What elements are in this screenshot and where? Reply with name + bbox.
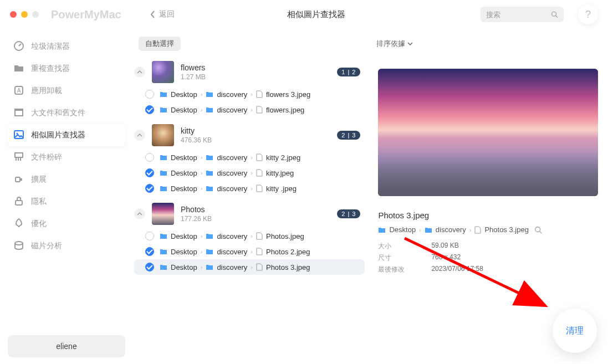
search-input[interactable]: [486, 11, 551, 19]
sort-dropdown[interactable]: 排序依據: [376, 39, 413, 49]
path-segment: Photos 3.jpeg: [484, 225, 529, 234]
file-checkbox[interactable]: [145, 168, 154, 177]
archive-icon: [13, 107, 24, 120]
svg-rect-6: [15, 110, 23, 116]
help-button[interactable]: ?: [578, 4, 598, 24]
folder-icon: [425, 227, 432, 233]
sidebar-item-label: 相似圖片查找器: [31, 130, 85, 140]
sidebar-item-dup-finder[interactable]: 重複查找器: [8, 58, 125, 80]
svg-point-18: [535, 227, 540, 232]
svg-point-0: [552, 12, 556, 16]
close-window-button[interactable]: [10, 11, 17, 18]
sidebar-item-disk[interactable]: 磁片分析: [8, 235, 125, 257]
sidebar-item-privacy[interactable]: 隱私: [8, 191, 125, 213]
file-checkbox[interactable]: [145, 184, 154, 193]
file-row[interactable]: Desktop› discovery› Photos 2.jpeg: [134, 244, 365, 259]
collapse-toggle[interactable]: [134, 66, 145, 78]
folder-icon: [378, 227, 386, 233]
chevron-right-icon: ›: [419, 227, 421, 233]
chevron-up-icon: [137, 132, 142, 138]
file-checkbox[interactable]: [145, 105, 154, 114]
file-row[interactable]: Desktop› discovery› flowers.jpeg: [134, 102, 365, 117]
app-brand: PowerMyMac: [51, 8, 121, 21]
user-button[interactable]: eliene: [8, 335, 125, 357]
file-checkbox[interactable]: [145, 247, 154, 256]
file-row[interactable]: Desktop› discovery› kitty 2.jpeg: [134, 150, 365, 165]
file-row[interactable]: Desktop› discovery› kitty.jpeg: [134, 165, 365, 181]
plug-icon: [13, 173, 24, 186]
file-name: Photos 3.jpeg: [266, 263, 310, 271]
sidebar-item-trash-cleaner[interactable]: 垃圾清潔器: [8, 35, 125, 58]
sidebar-item-label: 擴展: [31, 175, 47, 184]
group-thumbnail: [152, 124, 174, 146]
svg-line-1: [556, 16, 558, 17]
group-size: 1.27 MB: [181, 73, 330, 81]
meta-dim-label: 尺寸: [378, 253, 409, 263]
file-checkbox[interactable]: [145, 90, 154, 99]
fullscreen-window-button[interactable]: [32, 11, 39, 18]
svg-line-3: [19, 44, 21, 46]
file-checkbox[interactable]: [145, 232, 154, 240]
meta-mod-label: 最後修改: [378, 265, 409, 274]
result-group: Photos 177.26 KB 2 | 3 Desktop› discover…: [134, 199, 365, 275]
group-size: 476.36 KB: [181, 136, 330, 144]
group-name: kitty: [181, 126, 330, 135]
toolbar: 自動選擇 排序依據: [131, 29, 608, 55]
page-title: 相似圖片查找器: [159, 9, 474, 20]
image-icon: [13, 129, 24, 142]
window-controls: [10, 11, 39, 18]
reveal-in-finder-icon[interactable]: [534, 226, 542, 234]
sidebar-item-label: 重複查找器: [31, 64, 70, 74]
sidebar-item-similar-images[interactable]: 相似圖片查找器: [8, 124, 125, 146]
sidebar-item-shredder[interactable]: 文件粉碎: [8, 146, 125, 168]
chevron-left-icon: [150, 11, 156, 18]
gauge-icon: [13, 40, 24, 53]
sidebar-item-uninstaller[interactable]: A應用卸載: [8, 80, 125, 102]
sidebar-item-label: 應用卸載: [31, 86, 62, 96]
auto-select-button[interactable]: 自動選擇: [139, 37, 181, 51]
clean-button[interactable]: 清理: [553, 309, 597, 353]
sort-label: 排序依據: [376, 39, 405, 49]
sidebar-item-extensions[interactable]: 擴展: [8, 168, 125, 191]
preview-image: [378, 69, 598, 196]
sidebar-item-label: 隱私: [31, 197, 47, 207]
chevron-up-icon: [137, 69, 142, 75]
sidebar-item-large-old[interactable]: 大文件和舊文件: [8, 102, 125, 124]
meta-dim-value: 768 x 432: [431, 253, 461, 263]
file-row[interactable]: Desktop› discovery› kitty .jpeg: [134, 181, 365, 196]
file-path: Desktop› discovery› Photos.jpeg: [160, 232, 304, 240]
group-header[interactable]: kitty 476.36 KB 2 | 3: [134, 121, 365, 150]
file-path: Desktop› discovery› kitty .jpeg: [160, 184, 297, 193]
sidebar-item-optimize[interactable]: 優化: [8, 213, 125, 235]
sidebar-item-label: 優化: [31, 219, 47, 229]
preview-meta: 大小59.09 KB 尺寸768 x 432 最後修改2023/07/06 17…: [378, 242, 598, 276]
file-row[interactable]: Desktop› discovery› Photos.jpeg: [134, 228, 365, 244]
collapse-toggle[interactable]: [134, 130, 145, 141]
file-path: Desktop› discovery› flowers 3.jpeg: [160, 90, 310, 99]
result-group: flowers 1.27 MB 1 | 2 Desktop› discovery…: [134, 58, 365, 117]
file-row[interactable]: Desktop› discovery› Photos 3.jpeg: [134, 259, 365, 275]
file-name: Photos 2.jpeg: [266, 248, 310, 256]
file-path: Desktop› discovery› Photos 2.jpeg: [160, 248, 310, 256]
sidebar-item-label: 文件粉碎: [31, 152, 62, 162]
file-path: Desktop› discovery› Photos 3.jpeg: [160, 263, 310, 271]
chevron-up-icon: [137, 211, 142, 217]
group-header[interactable]: Photos 177.26 KB 2 | 3: [134, 199, 365, 228]
minimize-window-button[interactable]: [21, 11, 28, 18]
group-header[interactable]: flowers 1.27 MB 1 | 2: [134, 58, 365, 86]
file-row[interactable]: Desktop› discovery› flowers 3.jpeg: [134, 86, 365, 102]
preview-filename: Photos 3.jpeg: [378, 211, 598, 220]
selection-badge: 1 | 2: [337, 68, 360, 76]
meta-size-value: 59.09 KB: [431, 242, 458, 251]
file-checkbox[interactable]: [145, 153, 154, 162]
titlebar: PowerMyMac 返回 相似圖片查找器 ?: [0, 0, 608, 29]
file-name: kitty.jpeg: [266, 169, 294, 177]
collapse-toggle[interactable]: [134, 208, 145, 219]
svg-rect-15: [20, 178, 22, 181]
file-path: Desktop› discovery› kitty 2.jpeg: [160, 153, 300, 162]
svg-rect-10: [15, 153, 23, 157]
search-box[interactable]: [481, 7, 564, 22]
file-checkbox[interactable]: [145, 263, 154, 271]
search-icon: [551, 11, 558, 18]
file-path: Desktop› discovery› kitty.jpeg: [160, 169, 294, 177]
